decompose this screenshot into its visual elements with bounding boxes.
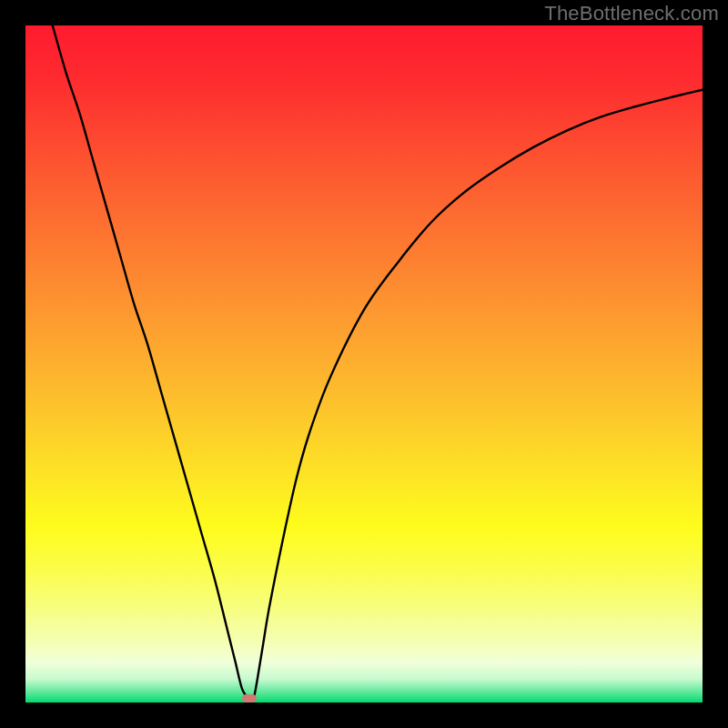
optimal-point-marker xyxy=(242,694,257,703)
gradient-background xyxy=(25,25,703,703)
watermark-text: TheBottleneck.com xyxy=(544,2,719,25)
svg-rect-0 xyxy=(25,25,703,703)
bottleneck-curve xyxy=(25,25,703,703)
plot-area xyxy=(25,25,703,703)
chart-frame: TheBottleneck.com xyxy=(0,0,728,728)
